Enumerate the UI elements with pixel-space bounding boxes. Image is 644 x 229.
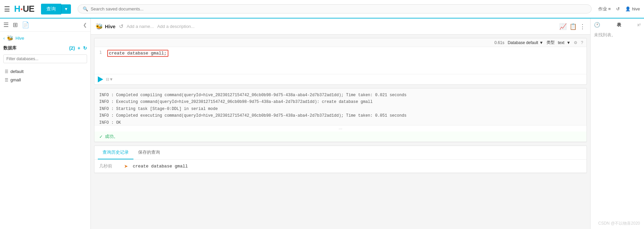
sidebar-nav-hive[interactable]: ‹ 🐝 Hive [0, 32, 90, 43]
query-dropdown-button[interactable]: ▼ [61, 4, 71, 14]
back-arrow-icon: ‹ [3, 36, 5, 41]
query-button-group: 查询 ▼ [41, 4, 71, 14]
content-area: 🐝 Hive ↺ Add a name... Add a description… [91, 18, 590, 229]
editor-hive-label: Hive [105, 24, 116, 29]
hive-nav-icon: 🐝 [7, 35, 13, 41]
main-layout: ☰ ⊞ 📄 ❮ ‹ 🐝 Hive 数据库 (2) + ↻ ☰ default [0, 18, 644, 229]
log-separator: --- [94, 125, 587, 131]
execution-time-label: 0.61s [494, 40, 504, 45]
expand-panel-icon[interactable]: x² [637, 23, 641, 27]
success-text: 成功。 [105, 133, 118, 140]
success-bar: ✓ 成功。 [94, 131, 587, 142]
log-line: INFO : Starting task [Stage-0:DDL] in se… [99, 106, 582, 112]
query-tabs-header: 查询历史记录 保存的查询 [94, 146, 587, 160]
database-value: default [526, 40, 538, 45]
editor-toolbar: 🐝 Hive ↺ Add a name... Add a description… [91, 18, 590, 35]
list-item[interactable]: ☰ default [0, 67, 90, 76]
database-selector[interactable]: Database default ▼ [508, 40, 543, 45]
success-icon: ✓ [99, 134, 103, 139]
results-area: INFO : Completed compiling command(query… [94, 88, 587, 142]
logo: H·UE [14, 4, 34, 14]
username-label: hive [632, 6, 640, 11]
right-panel-header: 🕐 表 x² [594, 22, 641, 28]
refresh-db-icon[interactable]: ↻ [83, 45, 87, 51]
user-icon: 👤 [625, 6, 631, 11]
sidebar-layers-icon[interactable]: ☰ [3, 21, 9, 29]
sidebar-grid-icon[interactable]: ⊞ [13, 21, 18, 29]
query-main-button[interactable]: 查询 [41, 4, 61, 14]
editor-help-icon[interactable]: ? [581, 40, 583, 45]
sidebar-top-icons: ☰ ⊞ 📄 ❮ [0, 18, 90, 32]
code-highlighted-text: create database gmall; [107, 50, 168, 57]
undo-nav-button[interactable]: ↺ [616, 6, 620, 11]
clock-icon[interactable]: 🕐 [594, 22, 600, 28]
sidebar-db-title: 数据库 [3, 45, 16, 51]
hive-bee-icon: 🐝 [95, 23, 103, 30]
history-time-label: 几秒前 [99, 163, 119, 169]
add-db-icon[interactable]: + [78, 45, 80, 51]
logo-h: H [14, 4, 20, 14]
editor-name-input[interactable]: Add a name... [127, 24, 154, 29]
jobs-label: 作业 [598, 6, 607, 12]
chart-icon[interactable]: 📈 [559, 23, 567, 30]
sidebar-db-list: ☰ default ☰ gmall [0, 66, 90, 85]
sidebar-section-actions: (2) + ↻ [69, 45, 87, 51]
search-input[interactable] [91, 6, 587, 11]
sidebar-section-header: 数据库 (2) + ↻ [0, 43, 90, 53]
db-icon: ☰ [5, 69, 8, 74]
jobs-nav-item[interactable]: 作业 ≡ [598, 6, 611, 12]
jobs-icon: ≡ [608, 6, 611, 11]
query-tabs-area: 查询历史记录 保存的查询 几秒前 ➤ create database gmall [94, 146, 587, 173]
db-name-label: gmall [10, 77, 21, 82]
logo-ue: UE [23, 4, 34, 14]
log-line: INFO : Executing command(queryId=hive_20… [99, 99, 582, 105]
hamburger-icon[interactable]: ☰ [4, 5, 10, 13]
sidebar: ☰ ⊞ 📄 ❮ ‹ 🐝 Hive 数据库 (2) + ↻ ☰ default [0, 18, 91, 229]
navbar-left: ☰ H·UE 查询 ▼ [4, 4, 71, 14]
code-content[interactable]: create database gmall; [105, 50, 587, 71]
search-icon: 🔍 [83, 6, 88, 11]
type-selector[interactable]: 类型 text ▼ [547, 40, 570, 45]
editor-hive-badge: 🐝 Hive [95, 23, 116, 30]
db-name-label: default [10, 69, 24, 74]
navbar: ☰ H·UE 查询 ▼ 🔍 作业 ≡ ↺ 👤 hive [0, 0, 644, 18]
type-value: text [558, 40, 564, 45]
watermark: CSDN @不以物喜2020 [598, 221, 640, 226]
editor-actions: ⊟▼ [94, 74, 587, 84]
table-row[interactable]: 几秒前 ➤ create database gmall [94, 160, 587, 173]
log-line: INFO : OK [99, 119, 582, 125]
editor-code-area[interactable]: 1 create database gmall; [94, 47, 587, 74]
right-panel: 🕐 表 x² 未找到表。 [590, 18, 644, 229]
right-panel-title: 表 [617, 22, 621, 28]
snippet-actions[interactable]: ⊟▼ [106, 77, 113, 82]
editor-area: 0.61s Database default ▼ 类型 text ▼ ⚙ ? 1… [94, 38, 587, 85]
history-query-text: create database gmall [133, 164, 188, 169]
log-output: INFO : Completed compiling command(query… [94, 88, 587, 125]
tab-saved-queries[interactable]: 保存的查询 [133, 146, 165, 159]
log-line: INFO : Completed compiling command(query… [99, 92, 582, 99]
list-item[interactable]: ☰ gmall [0, 76, 90, 84]
user-nav-item[interactable]: 👤 hive [625, 6, 640, 11]
history-arrow-icon: ➤ [124, 163, 128, 169]
toolbar-right-buttons: 📈 📋 ⋮ [559, 23, 586, 30]
sidebar-file-icon[interactable]: 📄 [22, 21, 29, 29]
table-icon[interactable]: 📋 [569, 23, 577, 30]
more-options-icon[interactable]: ⋮ [579, 23, 586, 30]
editor-undo-button[interactable]: ↺ [119, 23, 123, 30]
type-label: 类型 [547, 40, 555, 45]
database-label: Database [508, 40, 525, 45]
log-line: INFO : Completed executing command(query… [99, 112, 582, 119]
tab-query-history[interactable]: 查询历史记录 [98, 146, 133, 159]
db-icon: ☰ [5, 78, 8, 82]
filter-databases-input[interactable] [3, 54, 87, 63]
query-tab-content: 几秒前 ➤ create database gmall [94, 160, 587, 173]
editor-desc-input[interactable]: Add a description... [157, 24, 195, 29]
sidebar-hive-label: Hive [15, 36, 24, 41]
right-panel-empty-message: 未找到表。 [594, 31, 641, 39]
sidebar-collapse-button[interactable]: ❮ [83, 22, 87, 28]
sidebar-filter [0, 53, 90, 66]
search-bar: 🔍 [78, 4, 592, 13]
run-query-button[interactable] [98, 76, 103, 82]
editor-settings-icon[interactable]: ⚙ [574, 40, 577, 45]
db-count-label: (2) [69, 45, 75, 51]
